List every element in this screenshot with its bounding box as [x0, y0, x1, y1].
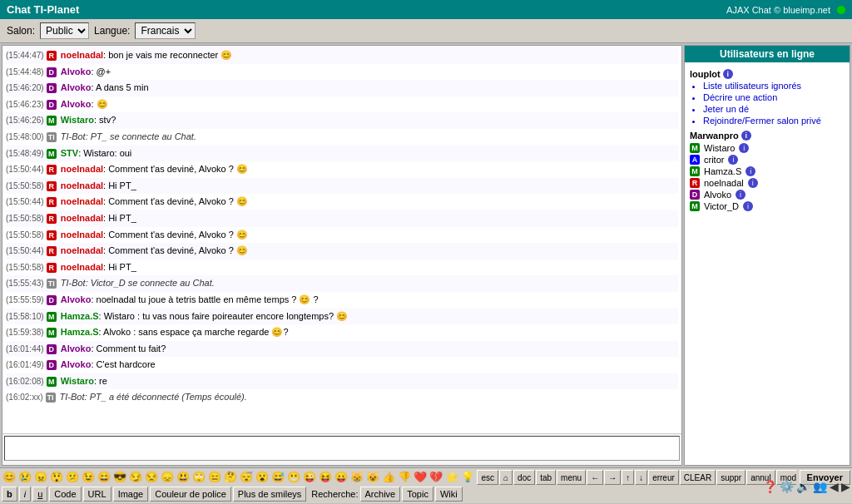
emoji-button[interactable]: 😬 — [286, 472, 301, 482]
emoji-bar: 😊😢😠😲😕😉😄😎😏😒😞😃🙄😑🤔😴😮😅😬😜😝😛😸😺👍👎❤️💔⭐💡🎵🎮📱💻📚🏠⚽🚗 — [2, 472, 477, 482]
arrow-right-icon[interactable]: ▶ — [841, 480, 850, 493]
emoji-button[interactable]: 😞 — [160, 472, 175, 482]
menu-item-describe[interactable]: Décrire une action — [703, 92, 845, 102]
emoji-button[interactable]: 😴 — [239, 472, 254, 482]
image-button[interactable]: Image — [113, 487, 149, 502]
messages-area[interactable]: (15:44:47) R noelnadal: bon je vais me r… — [2, 46, 681, 433]
bold-button[interactable]: b — [2, 487, 17, 502]
emoji-button[interactable]: 😊 — [2, 472, 17, 482]
message-line: (15:50:58) R noelnadal: Comment t'as dev… — [6, 227, 678, 244]
menu-item-private[interactable]: Rejoindre/Fermer salon privé — [703, 116, 845, 126]
message-line: (15:55:59) D Alvoko: noelnadal tu joue à… — [6, 292, 678, 309]
section-marwanpro: Marwanpro i — [690, 131, 845, 141]
emoji-button[interactable]: 😃 — [176, 472, 191, 482]
arrow-left-icon[interactable]: ◀ — [830, 480, 839, 493]
title-bar: Chat TI-Planet AJAX Chat © blueimp.net — [0, 0, 852, 19]
underline-button[interactable]: u — [32, 487, 47, 502]
message-line: (15:44:47) R noelnadal: bon je vais me r… — [6, 47, 678, 64]
marwanpro-info-icon[interactable]: i — [741, 131, 751, 141]
emoji-button[interactable]: 😏 — [128, 472, 143, 482]
users-list: M Wistaro iA critor iM Hamza.S iR noelna… — [690, 142, 845, 212]
online-user-item[interactable]: M Hamza.S i — [690, 166, 845, 177]
sidebar: Utilisateurs en ligne louplot i Liste ut… — [684, 45, 850, 466]
key-button[interactable]: tab — [536, 470, 556, 485]
chat-input[interactable] — [4, 436, 680, 461]
emoji-button[interactable]: ⭐ — [444, 472, 459, 482]
toolbar-area: 😊😢😠😲😕😉😄😎😏😒😞😃🙄😑🤔😴😮😅😬😜😝😛😸😺👍👎❤️💔⭐💡🎵🎮📱💻📚🏠⚽🚗 … — [0, 467, 852, 503]
key-button[interactable]: suppr — [716, 470, 746, 485]
key-button[interactable]: doc — [513, 470, 535, 485]
emoji-button[interactable]: 😕 — [65, 472, 80, 482]
emoji-button[interactable]: 😲 — [49, 472, 64, 482]
italic-button[interactable]: i — [19, 487, 31, 502]
settings-icon[interactable]: ⚙️ — [780, 480, 794, 493]
message-line: (15:46:26) M Wistaro: stv? — [6, 112, 678, 129]
key-button[interactable]: ↓ — [635, 470, 647, 485]
online-user-item[interactable]: A critor i — [690, 154, 845, 166]
online-user-item[interactable]: R noelnadal i — [690, 177, 845, 189]
smileys-button[interactable]: Plus de smileys — [233, 487, 306, 502]
message-line: (15:46:20) D Alvoko: A dans 5 min — [6, 80, 678, 96]
emoji-button[interactable]: 🙄 — [191, 472, 206, 482]
emoji-button[interactable]: 😸 — [349, 472, 364, 482]
message-line: (15:50:44) R noelnadal: Comment t'as dev… — [6, 161, 678, 178]
key-button[interactable]: ← — [587, 470, 603, 485]
emoji-button[interactable]: 👎 — [397, 472, 412, 482]
key-button[interactable]: ⌂ — [499, 470, 513, 485]
message-line: (15:55:43) TI TI-Bot: Victor_D se connec… — [6, 275, 678, 292]
topic-button[interactable]: Topic — [402, 487, 433, 502]
emoji-button[interactable]: 😝 — [318, 472, 333, 482]
emoji-button[interactable]: 😑 — [207, 472, 222, 482]
emoji-button[interactable]: 😒 — [144, 472, 159, 482]
key-button[interactable]: esc — [477, 470, 498, 485]
message-line: (15:44:48) D Alvoko: @+ — [6, 64, 678, 81]
emoji-button[interactable]: 😄 — [97, 472, 111, 482]
message-line: (15:46:23) D Alvoko: 😊 — [6, 96, 678, 113]
message-line: (16:01:44) D Alvoko: Comment tu fait? — [6, 341, 678, 358]
emoji-button[interactable]: 😜 — [302, 472, 317, 482]
key-button[interactable]: ↑ — [622, 470, 634, 485]
online-indicator — [837, 6, 845, 14]
salon-bar: Salon: Public Langue: Francais — [0, 19, 852, 43]
chat-panel: (15:44:47) R noelnadal: bon je vais me r… — [2, 45, 682, 466]
color-button[interactable]: Couleur de police — [150, 487, 231, 502]
key-button[interactable]: → — [604, 470, 621, 485]
emoji-button[interactable]: 💔 — [428, 472, 443, 482]
format-bar: b i u Code URL Image Couleur de police P… — [2, 487, 850, 502]
emoji-button[interactable]: 🤔 — [223, 472, 238, 482]
emoji-button[interactable]: 😢 — [17, 472, 32, 482]
wiki-button[interactable]: Wiki — [435, 487, 463, 502]
emoji-button[interactable]: 😛 — [334, 472, 349, 482]
online-user-item[interactable]: M Wistaro i — [690, 142, 845, 154]
emoji-button[interactable]: 😺 — [365, 472, 380, 482]
question-icon[interactable]: ❓ — [763, 480, 777, 493]
key-buttons: esc⌂doctabmenu←→↑↓erreurCLEARsupprannulm… — [477, 470, 795, 485]
langue-select[interactable]: Francais — [135, 22, 196, 39]
sound-icon[interactable]: 🔊 — [796, 480, 810, 493]
emoji-button[interactable]: ❤️ — [413, 472, 428, 482]
emoji-button[interactable]: 💡 — [460, 472, 475, 482]
footer-icons: ❓ ⚙️ 🔊 👥 ◀ ▶ — [763, 480, 850, 493]
key-button[interactable]: CLEAR — [680, 470, 716, 485]
menu-item-ignore[interactable]: Liste utilisateurs ignorés — [703, 81, 845, 91]
online-user-item[interactable]: D Alvoko i — [690, 189, 845, 200]
louplot-info-icon[interactable]: i — [723, 69, 733, 79]
emoji-button[interactable]: 👍 — [381, 472, 396, 482]
users-icon[interactable]: 👥 — [813, 480, 827, 493]
online-user-item[interactable]: M Victor_D i — [690, 200, 845, 212]
emoji-button[interactable]: 😎 — [112, 472, 127, 482]
emoji-button[interactable]: 😅 — [270, 472, 285, 482]
menu-item-dice[interactable]: Jeter un dé — [703, 104, 845, 114]
message-line: (15:48:49) M STV: Wistaro: oui — [6, 146, 678, 162]
code-button[interactable]: Code — [49, 487, 81, 502]
key-button[interactable]: menu — [557, 470, 586, 485]
emoji-button[interactable]: 😠 — [33, 472, 48, 482]
salon-select[interactable]: Public — [40, 22, 89, 39]
emoji-button[interactable]: 😉 — [81, 472, 96, 482]
url-button[interactable]: URL — [83, 487, 111, 502]
archive-button[interactable]: Archive — [360, 487, 401, 502]
key-button[interactable]: erreur — [648, 470, 679, 485]
emoji-button[interactable]: 😮 — [255, 472, 270, 482]
louplot-name: louplot — [690, 69, 721, 79]
online-users-panel: Utilisateurs en ligne louplot i Liste ut… — [684, 45, 850, 466]
